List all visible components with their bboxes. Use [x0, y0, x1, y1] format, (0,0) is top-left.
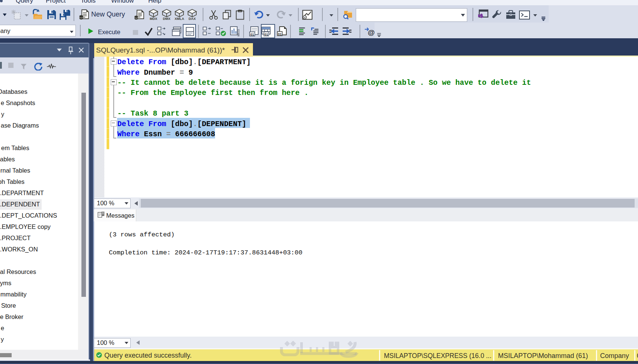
svg-text:MDX: MDX: [150, 17, 157, 20]
svg-text:01: 01: [264, 33, 268, 36]
svg-text:DAX: DAX: [188, 17, 196, 20]
svg-text:XMLA: XMLA: [175, 17, 184, 20]
svg-text:DMX: DMX: [163, 17, 170, 20]
svg-text:01: 01: [278, 32, 281, 36]
svg-text:01: 01: [250, 33, 254, 36]
svg-text:@: @: [368, 29, 375, 36]
